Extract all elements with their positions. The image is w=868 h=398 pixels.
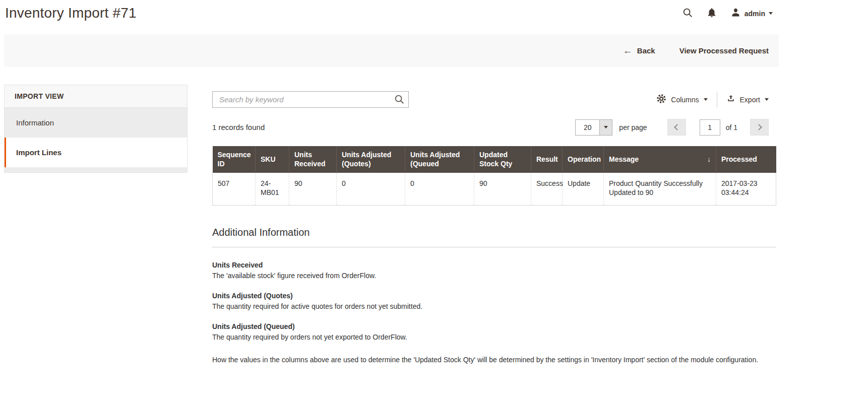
- chevron-right-icon: [756, 124, 762, 130]
- chevron-down-icon: [769, 12, 773, 15]
- info-description: The quantity required for active quotes …: [212, 302, 776, 311]
- column-header-message-label: Message: [609, 155, 639, 164]
- sidebar-item-label: Information: [16, 118, 54, 127]
- sidebar-item-information[interactable]: Information: [5, 108, 187, 138]
- global-search-button[interactable]: [682, 7, 693, 20]
- table-header-row: Sequence ID SKU Units Received Units Adj…: [213, 146, 776, 173]
- sidebar-item-label: Import Lines: [16, 148, 61, 157]
- table-row: 507 24-MB01 90 0 0 90 Success Update Pro…: [213, 173, 776, 206]
- sidebar: IMPORT VIEW Information Import Lines: [4, 85, 188, 173]
- per-page-dropdown-arrow[interactable]: [599, 120, 612, 135]
- export-label: Export: [740, 96, 760, 104]
- notifications-button[interactable]: [706, 7, 717, 20]
- total-pages-label: of 1: [726, 123, 737, 131]
- columns-control[interactable]: Columns: [656, 94, 707, 105]
- cell-message: Product Quantity Successfully Updated to…: [604, 173, 716, 206]
- cell-units-adjusted-quotes: 0: [337, 173, 405, 206]
- current-page-input[interactable]: [700, 119, 720, 136]
- back-button-label: Back: [637, 46, 655, 55]
- page-header: Inventory Import #71: [0, 0, 779, 34]
- info-entry-units-received: Units Received The 'available stock' fig…: [212, 261, 776, 280]
- additional-information-section: Additional Information Units Received Th…: [212, 227, 776, 364]
- column-header-message[interactable]: Message ↓: [604, 146, 716, 173]
- user-icon: [730, 7, 741, 20]
- export-icon: [726, 94, 735, 105]
- chevron-down-icon: [765, 98, 769, 101]
- cell-processed: 2017-03-23 03:44:24: [716, 173, 776, 206]
- search-icon: [394, 99, 405, 106]
- column-header-result[interactable]: Result: [531, 146, 563, 173]
- page-actions-bar: ← Back View Processed Request: [4, 34, 779, 67]
- chevron-down-icon: [604, 126, 608, 128]
- grid-toolbar: Columns Export: [212, 91, 776, 108]
- info-term: Units Adjusted (Quotes): [212, 292, 776, 300]
- info-entry-units-adjusted-queued: Units Adjusted (Queued) The quantity req…: [212, 322, 776, 342]
- sidebar-items: Information Import Lines: [4, 108, 188, 173]
- column-header-sku[interactable]: SKU: [256, 146, 289, 173]
- per-page-select[interactable]: 20: [575, 119, 612, 136]
- column-header-operation[interactable]: Operation: [563, 146, 604, 173]
- chevron-left-icon: [674, 124, 680, 130]
- column-header-updated-stock-qty[interactable]: Updated Stock Qty: [474, 146, 531, 173]
- back-button[interactable]: ← Back: [623, 46, 655, 55]
- sidebar-item-import-lines[interactable]: Import Lines: [5, 138, 187, 167]
- previous-page-button[interactable]: [667, 119, 686, 136]
- import-lines-table: Sequence ID SKU Units Received Units Adj…: [212, 146, 776, 206]
- cell-operation: Update: [563, 173, 604, 206]
- chevron-down-icon: [704, 98, 708, 101]
- cell-result: Success: [531, 173, 563, 206]
- additional-information-title: Additional Information: [212, 227, 776, 247]
- main-content: Columns Export: [212, 85, 776, 364]
- page-title: Inventory Import #71: [5, 5, 137, 21]
- cell-sku: 24-MB01: [256, 173, 289, 206]
- cell-units-received: 90: [289, 173, 337, 206]
- records-found: 1 records found: [212, 123, 265, 131]
- column-header-units-received[interactable]: Units Received: [289, 146, 337, 173]
- column-header-processed[interactable]: Processed: [716, 146, 776, 173]
- info-description: The quantity required by orders not yet …: [212, 333, 776, 342]
- view-processed-request-button[interactable]: View Processed Request: [679, 46, 769, 55]
- info-description: The 'available stock' figure received fr…: [212, 271, 776, 280]
- column-header-sequence-id[interactable]: Sequence ID: [213, 146, 256, 173]
- info-entry-units-adjusted-quotes: Units Adjusted (Quotes) The quantity req…: [212, 292, 776, 311]
- column-header-units-adjusted-quotes[interactable]: Units Adjusted (Quotes): [337, 146, 405, 173]
- columns-label: Columns: [671, 96, 699, 104]
- additional-information-entries: Units Received The 'available stock' fig…: [212, 261, 776, 342]
- cell-updated-stock-qty: 90: [474, 173, 531, 206]
- view-processed-request-label: View Processed Request: [679, 46, 769, 55]
- grid-status-row: 1 records found 20 per page of 1: [212, 119, 776, 136]
- header-controls: admin: [682, 5, 774, 20]
- bell-icon: [706, 7, 717, 20]
- column-header-units-adjusted-queued[interactable]: Units Adjusted (Queued: [405, 146, 474, 173]
- keyword-search-input[interactable]: [212, 91, 409, 108]
- per-page-value: 20: [576, 120, 599, 135]
- sidebar-title: IMPORT VIEW: [4, 85, 188, 108]
- cell-units-adjusted-queued: 0: [405, 173, 474, 206]
- gear-icon: [656, 94, 666, 105]
- keyword-search-submit-button[interactable]: [394, 94, 405, 106]
- content-layout: IMPORT VIEW Information Import Lines: [4, 85, 779, 364]
- export-control[interactable]: Export: [726, 94, 769, 105]
- info-footnote: How the values in the columns above are …: [212, 355, 776, 364]
- info-term: Units Adjusted (Queued): [212, 322, 776, 330]
- per-page-label: per page: [619, 123, 647, 131]
- next-page-button[interactable]: [750, 119, 769, 136]
- keyword-search-box: [212, 91, 409, 108]
- search-icon: [682, 7, 693, 20]
- back-arrow-icon: ←: [623, 46, 633, 55]
- cell-sequence-id: 507: [213, 173, 256, 206]
- grid-toolbar-right: Columns Export: [656, 92, 769, 107]
- divider: [717, 92, 717, 107]
- sort-descending-icon: ↓: [707, 155, 711, 164]
- admin-user-menu[interactable]: admin: [730, 7, 773, 20]
- admin-username: admin: [745, 10, 765, 18]
- pagination: 20 per page of 1: [575, 119, 769, 136]
- info-term: Units Received: [212, 261, 776, 269]
- page: Inventory Import #71: [0, 0, 779, 364]
